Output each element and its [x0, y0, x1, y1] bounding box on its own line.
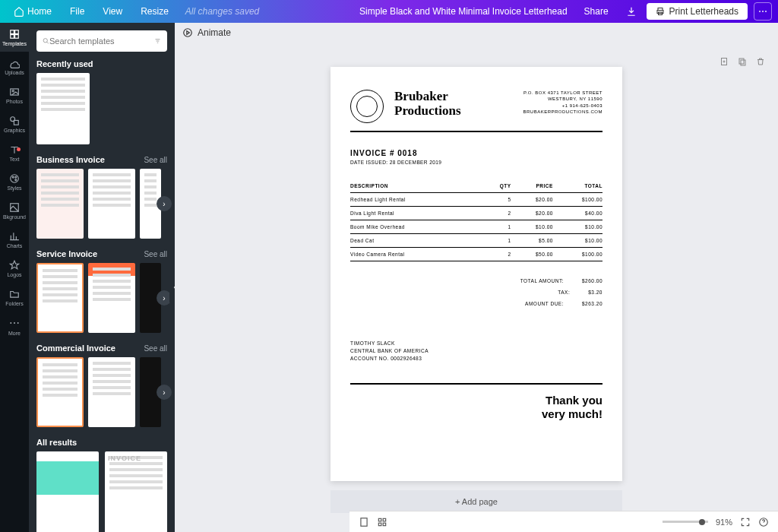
template-thumb[interactable]	[36, 357, 84, 427]
delete-page-button[interactable]	[755, 56, 766, 67]
see-all-link[interactable]: See all	[144, 156, 167, 164]
svg-point-16	[43, 39, 47, 43]
doc-header: Brubaker Productions P.O. BOX 4371 TAYLO…	[350, 90, 602, 123]
background-icon	[9, 202, 20, 213]
rail-photos[interactable]: Photos	[0, 81, 29, 109]
rail-uploads[interactable]: Uploads	[0, 52, 29, 81]
notification-dot-icon	[17, 147, 21, 151]
charts-icon	[9, 231, 20, 242]
svg-rect-20	[741, 60, 745, 65]
help-button[interactable]	[758, 517, 769, 527]
chevron-right-icon: ›	[163, 388, 165, 397]
download-button[interactable]	[622, 2, 640, 21]
filter-icon[interactable]	[154, 36, 161, 46]
svg-point-14	[15, 179, 17, 180]
photos-icon	[9, 87, 20, 97]
logos-icon	[9, 260, 20, 271]
ellipsis-icon: ⋯	[758, 6, 767, 17]
slider-handle-icon[interactable]	[699, 519, 705, 525]
search-input[interactable]	[49, 36, 154, 46]
page-controls	[719, 56, 766, 67]
rail-charts[interactable]: Charts	[0, 225, 29, 254]
template-thumb[interactable]	[36, 263, 84, 333]
see-all-link[interactable]: See all	[144, 344, 167, 353]
template-thumb[interactable]	[105, 451, 167, 532]
zoom-slider[interactable]	[663, 521, 708, 523]
download-icon	[626, 6, 637, 17]
template-thumb[interactable]	[36, 169, 84, 239]
section-title: Business Invoice	[36, 155, 105, 164]
templates-icon	[9, 29, 20, 40]
fullscreen-button[interactable]	[740, 517, 751, 527]
resize-menu[interactable]: Resize	[133, 3, 176, 20]
company-name-l1: Brubaker	[394, 90, 461, 104]
notes-button[interactable]	[359, 517, 369, 527]
rail-folders[interactable]: Folders	[0, 283, 29, 312]
see-all-link[interactable]: See all	[144, 250, 167, 258]
table-row: Dead Cat1$5.00$10.00	[350, 234, 602, 248]
add-page-button[interactable]: + Add page	[330, 490, 622, 513]
file-menu[interactable]: File	[62, 3, 92, 20]
home-button[interactable]: Home	[6, 3, 59, 20]
scroll-right-button[interactable]: ›	[157, 196, 172, 211]
scroll-right-button[interactable]: ›	[157, 385, 172, 400]
rail-background[interactable]: Bkground	[0, 196, 29, 225]
template-thumb[interactable]	[88, 169, 135, 239]
animate-button[interactable]: Animate	[182, 27, 231, 38]
section-all-results: All results	[29, 438, 175, 532]
template-thumb[interactable]	[36, 73, 90, 144]
uploads-icon	[9, 58, 20, 68]
help-icon	[758, 517, 769, 527]
graphics-icon	[9, 116, 20, 126]
duplicate-icon	[738, 57, 747, 66]
more-button[interactable]: ⋯	[754, 2, 772, 21]
section-recent: Recently used	[29, 59, 175, 144]
svg-rect-10	[14, 120, 18, 125]
template-thumb[interactable]	[88, 357, 135, 427]
canvas-area: Animate Brubaker Productions P.O. BOX 43…	[175, 23, 778, 532]
share-button[interactable]: Share	[577, 3, 616, 20]
topbar-left: Home File View Resize All changes saved	[0, 3, 259, 20]
document-title[interactable]: Simple Black and White Minimal Invoice L…	[259, 6, 576, 17]
col-total: TOTAL	[553, 183, 602, 193]
chevron-right-icon: ›	[163, 200, 165, 208]
svg-rect-7	[11, 88, 19, 94]
ellipsis-icon: ⋯	[9, 317, 20, 329]
svg-rect-24	[378, 523, 381, 526]
topbar: Home File View Resize All changes saved …	[0, 0, 778, 23]
payee-block: TIMOTHY SLACK CENTRAL BANK OF AMERICA AC…	[350, 340, 602, 362]
rail-graphics[interactable]: Graphics	[0, 109, 29, 138]
home-label: Home	[27, 6, 52, 17]
svg-rect-23	[383, 518, 386, 521]
template-thumb[interactable]	[88, 263, 135, 333]
rail-text[interactable]: Text	[0, 138, 29, 167]
add-page-icon-button[interactable]	[719, 56, 729, 67]
svg-rect-21	[361, 518, 367, 526]
svg-rect-4	[15, 30, 19, 33]
thank-you: Thank you very much!	[350, 394, 602, 421]
svg-rect-19	[739, 59, 744, 64]
view-menu[interactable]: View	[95, 3, 130, 20]
section-commercial: Commercial InvoiceSee all ›	[29, 344, 175, 427]
company-address: P.O. BOX 4371 TAYLOR STREET WESTBURY, NY…	[523, 90, 602, 116]
svg-point-12	[12, 176, 14, 178]
table-row: Diva Light Rental2$20.00$40.00	[350, 207, 602, 220]
print-label: Print Letterheads	[669, 6, 738, 17]
rail-styles[interactable]: Styles	[0, 167, 29, 196]
folders-icon	[9, 289, 20, 299]
rail-templates[interactable]: Templates	[0, 23, 29, 52]
section-title: Commercial Invoice	[36, 344, 115, 353]
grid-icon	[377, 517, 387, 527]
rail-more[interactable]: ⋯More	[0, 312, 29, 340]
print-button[interactable]: Print Letterheads	[647, 3, 748, 20]
template-thumb[interactable]	[36, 451, 99, 532]
totals-block: TOTAL AMOUNT:$260.00 TAX:$3.20 AMOUNT DU…	[350, 275, 602, 309]
col-price: PRICE	[511, 183, 553, 193]
grid-view-button[interactable]	[377, 517, 387, 527]
zoom-level[interactable]: 91%	[716, 518, 732, 527]
document-page[interactable]: Brubaker Productions P.O. BOX 4371 TAYLO…	[330, 67, 622, 481]
home-icon	[14, 6, 24, 17]
duplicate-page-button[interactable]	[737, 56, 748, 67]
section-title: Recently used	[36, 59, 93, 68]
rail-logos[interactable]: Logos	[0, 254, 29, 283]
